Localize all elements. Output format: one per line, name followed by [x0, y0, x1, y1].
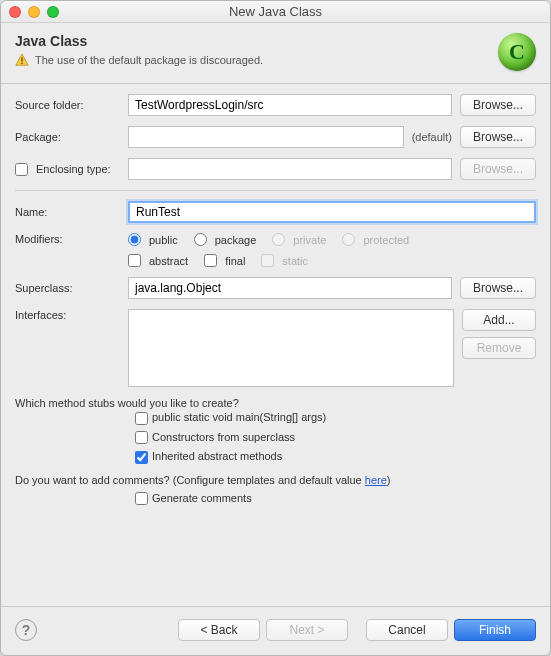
warning-icon	[15, 53, 29, 67]
modifier-final-label: final	[225, 255, 245, 267]
cancel-button[interactable]: Cancel	[366, 619, 448, 641]
method-stubs-question: Which method stubs would you like to cre…	[15, 397, 536, 409]
dialog-footer: ? < Back Next > Cancel Finish	[1, 606, 550, 655]
generate-comments-label: Generate comments	[152, 492, 252, 504]
help-icon[interactable]: ?	[15, 619, 37, 641]
finish-button[interactable]: Finish	[454, 619, 536, 641]
svg-rect-2	[21, 63, 22, 64]
modifiers-label: Modifiers:	[15, 233, 120, 245]
enclosing-type-input	[128, 158, 452, 180]
generate-comments-checkbox[interactable]	[135, 492, 148, 505]
configure-templates-link[interactable]: here	[365, 474, 387, 486]
titlebar: New Java Class	[1, 1, 550, 23]
modifier-static-label: static	[282, 255, 308, 267]
dialog-header: Java Class The use of the default packag…	[1, 23, 550, 84]
name-label: Name:	[15, 206, 120, 218]
modifier-private-label: private	[293, 234, 326, 246]
stub-inherited-label: Inherited abstract methods	[152, 450, 282, 462]
stub-main-label: public static void main(String[] args)	[152, 411, 326, 423]
stub-constructors-checkbox[interactable]	[135, 431, 148, 444]
browse-enclosing-type-button: Browse...	[460, 158, 536, 180]
source-folder-label: Source folder:	[15, 99, 120, 111]
modifier-protected-radio	[342, 233, 355, 246]
browse-superclass-button[interactable]: Browse...	[460, 277, 536, 299]
page-title: Java Class	[15, 33, 498, 49]
browse-source-folder-button[interactable]: Browse...	[460, 94, 536, 116]
dialog-body: Source folder: Browse... Package: (defau…	[1, 84, 550, 606]
modifier-abstract-label: abstract	[149, 255, 188, 267]
modifier-package-radio[interactable]	[194, 233, 207, 246]
comments-question-prefix: Do you want to add comments? (Configure …	[15, 474, 365, 486]
stub-inherited-checkbox[interactable]	[135, 451, 148, 464]
stub-main-checkbox[interactable]	[135, 412, 148, 425]
enclosing-type-label: Enclosing type:	[36, 163, 111, 175]
name-input[interactable]	[128, 201, 536, 223]
maximize-icon[interactable]	[47, 6, 59, 18]
interfaces-label: Interfaces:	[15, 309, 120, 321]
source-folder-input[interactable]	[128, 94, 452, 116]
enclosing-type-checkbox[interactable]	[15, 163, 28, 176]
svg-rect-1	[21, 57, 22, 61]
modifier-public-radio[interactable]	[128, 233, 141, 246]
superclass-label: Superclass:	[15, 282, 120, 294]
package-label: Package:	[15, 131, 120, 143]
superclass-input[interactable]	[128, 277, 452, 299]
package-default-suffix: (default)	[412, 131, 452, 143]
window-controls	[9, 6, 59, 18]
separator	[15, 190, 536, 191]
new-java-class-dialog: New Java Class Java Class The use of the…	[0, 0, 551, 656]
modifier-package-label: package	[215, 234, 257, 246]
modifier-static-checkbox	[261, 254, 274, 267]
window-title: New Java Class	[229, 4, 322, 19]
package-input[interactable]	[128, 126, 404, 148]
remove-interface-button: Remove	[462, 337, 536, 359]
modifier-protected-label: protected	[363, 234, 409, 246]
warning-text: The use of the default package is discou…	[35, 54, 263, 66]
next-button: Next >	[266, 619, 348, 641]
java-class-icon: C	[498, 33, 536, 71]
stub-constructors-label: Constructors from superclass	[152, 431, 295, 443]
modifier-private-radio	[272, 233, 285, 246]
modifier-public-label: public	[149, 234, 178, 246]
close-icon[interactable]	[9, 6, 21, 18]
add-interface-button[interactable]: Add...	[462, 309, 536, 331]
comments-question-suffix: )	[387, 474, 391, 486]
back-button[interactable]: < Back	[178, 619, 260, 641]
interfaces-list[interactable]	[128, 309, 454, 387]
modifier-final-checkbox[interactable]	[204, 254, 217, 267]
browse-package-button[interactable]: Browse...	[460, 126, 536, 148]
comments-question: Do you want to add comments? (Configure …	[15, 474, 536, 486]
minimize-icon[interactable]	[28, 6, 40, 18]
modifier-abstract-checkbox[interactable]	[128, 254, 141, 267]
